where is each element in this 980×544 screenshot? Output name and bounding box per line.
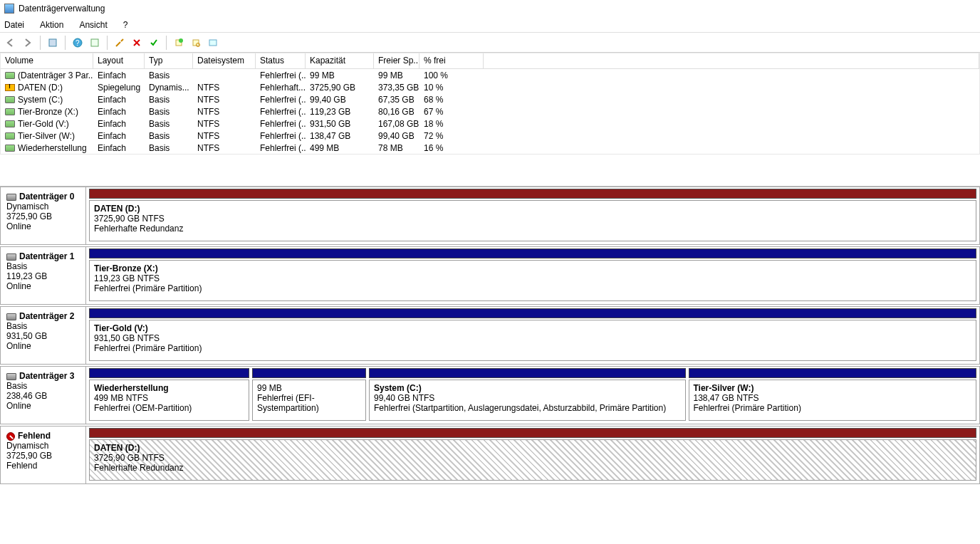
volume-layout: Einfach [93,107,145,117]
volume-cap: 99 MB [306,70,374,80]
app-icon [4,4,14,14]
volume-cap: 119,23 GB [306,107,374,117]
col-fs[interactable]: Dateisystem [193,53,256,68]
disk-row: Datenträger 0 Dynamisch 3725,90 GB Onlin… [0,187,980,245]
disk-name: Datenträger 3 [19,371,74,381]
disk-type: Basis [6,321,80,331]
col-layout[interactable]: Layout [93,53,145,68]
disk-band [89,368,249,378]
volume-row[interactable]: WiederherstellungEinfachBasisNTFSFehlerf… [1,142,979,154]
volume-fs: NTFS [193,143,256,153]
partition-title: DATEN (D:) [94,443,971,453]
volume-status: Fehlerhaft... [256,83,306,93]
volume-row[interactable]: (Datenträger 3 Par...EinfachBasisFehlerf… [1,69,979,81]
disk-icon [6,373,16,380]
disk-panel: Datenträger 0 Dynamisch 3725,90 GB Onlin… [0,186,980,484]
disk-name: Datenträger 2 [19,311,74,321]
partition-size: 119,23 GB NTFS [94,273,971,283]
partition[interactable]: System (C:)99,40 GB NTFS Fehlerfrei (Sta… [369,380,686,421]
col-free[interactable]: Freier Sp... [374,53,419,68]
partition[interactable]: DATEN (D:) 3725,90 GB NTFS Fehlerhafte R… [89,439,976,481]
partition[interactable]: 99 MB Fehlerfrei (EFI-Systempartition) [252,380,366,421]
volume-free: 78 MB [374,143,419,153]
separator [65,36,66,50]
partition[interactable]: Tier-Gold (V:) 931,50 GB NTFS Fehlerfrei… [89,320,976,361]
new-icon[interactable] [171,35,187,51]
col-spacer [484,53,979,68]
volume-name: System (C:) [18,95,63,105]
volume-row[interactable]: System (C:)EinfachBasisNTFSFehlerfrei (.… [1,93,979,105]
forward-button[interactable] [20,35,36,51]
disk-partitions: Tier-Gold (V:) 931,50 GB NTFS Fehlerfrei… [86,307,979,364]
partition[interactable]: DATEN (D:) 3725,90 GB NTFS Fehlerhafte R… [89,200,976,241]
delete-icon[interactable] [129,35,145,51]
volume-icon [5,120,15,127]
volume-free: 99,40 GB [374,131,419,141]
volume-status: Fehlerfrei (... [256,143,306,153]
partition[interactable]: Tier-Bronze (X:) 119,23 GB NTFS Fehlerfr… [89,260,976,301]
volume-pct: 10 % [419,83,484,93]
disk-type: Basis [6,381,80,391]
find-icon[interactable] [188,35,204,51]
col-volume[interactable]: Volume [1,53,93,68]
col-cap[interactable]: Kapazität [306,53,374,68]
volume-pct: 72 % [419,131,484,141]
toolbar-btn-1[interactable] [45,35,61,51]
volume-cap: 138,47 GB [306,131,374,141]
menu-file[interactable]: Datei [3,19,26,31]
disk-partitions: Wiederherstellung499 MB NTFS Fehlerfrei … [86,367,979,424]
checkmark-icon[interactable] [146,35,162,51]
help-icon[interactable]: ? [70,35,85,51]
volume-layout: Einfach [93,131,145,141]
disk-type: Dynamisch [6,202,80,211]
volume-cap: 931,50 GB [306,119,374,129]
disk-status: Online [6,401,80,411]
volume-name: Tier-Silver (W:) [18,131,75,141]
partition-title: Tier-Silver (W:) [694,383,972,393]
col-pct[interactable]: % frei [419,53,484,68]
volume-typ: Basis [145,143,193,153]
partition-status: Fehlerfrei (Primäre Partition) [94,343,971,353]
disk-band [89,189,976,199]
separator [107,36,108,50]
partition[interactable]: Wiederherstellung499 MB NTFS Fehlerfrei … [89,380,249,421]
volume-row[interactable]: Tier-Silver (W:)EinfachBasisNTFSFehlerfr… [1,130,979,142]
disk-label[interactable]: Datenträger 1 Basis 119,23 GB Online [1,247,86,304]
volume-row[interactable]: Tier-Gold (V:)EinfachBasisNTFSFehlerfrei… [1,117,979,130]
disk-label[interactable]: Datenträger 2 Basis 931,50 GB Online [1,307,86,364]
disk-label[interactable]: Datenträger 3 Basis 238,46 GB Online [1,367,86,424]
volume-row[interactable]: DATEN (D:)SpiegelungDynamis...NTFSFehler… [1,81,979,93]
volume-table: Volume Layout Typ Dateisystem Status Kap… [0,53,980,155]
disk-partitions: DATEN (D:) 3725,90 GB NTFS Fehlerhafte R… [86,427,979,483]
partition[interactable]: Tier-Silver (W:)138,47 GB NTFS Fehlerfre… [689,380,977,421]
volume-typ: Basis [145,95,193,105]
disk-label[interactable]: Datenträger 0 Dynamisch 3725,90 GB Onlin… [1,187,86,244]
menu-help[interactable]: ? [122,19,130,31]
svg-rect-0 [49,39,56,46]
refresh-icon[interactable] [87,35,103,51]
col-typ[interactable]: Typ [145,53,193,68]
volume-fs: NTFS [193,83,256,93]
settings-icon[interactable] [112,35,127,51]
disk-type: Basis [6,261,80,271]
disk-name: Datenträger 0 [19,192,74,202]
volume-icon [5,96,15,103]
volume-layout: Einfach [93,70,145,80]
volume-typ: Basis [145,107,193,117]
separator [40,36,41,50]
back-button[interactable] [3,35,19,51]
disk-size: 3725,90 GB [6,211,80,221]
list-icon[interactable] [205,35,221,51]
col-status[interactable]: Status [256,53,306,68]
title-bar: Datenträgerverwaltung [0,0,980,17]
disk-label[interactable]: Fehlend Dynamisch 3725,90 GB Fehlend [1,427,86,483]
partition-size: 3725,90 GB NTFS [94,453,971,463]
menu-bar: Datei Aktion Ansicht ? [0,17,980,33]
volume-name: DATEN (D:) [18,83,63,93]
menu-view[interactable]: Ansicht [78,19,108,31]
disk-band [689,368,977,378]
partition-status: Fehlerhafte Redundanz [94,224,971,234]
menu-action[interactable]: Aktion [38,19,65,31]
volume-row[interactable]: Tier-Bronze (X:)EinfachBasisNTFSFehlerfr… [1,105,979,117]
partition-status: Fehlerhafte Redundanz [94,463,971,473]
